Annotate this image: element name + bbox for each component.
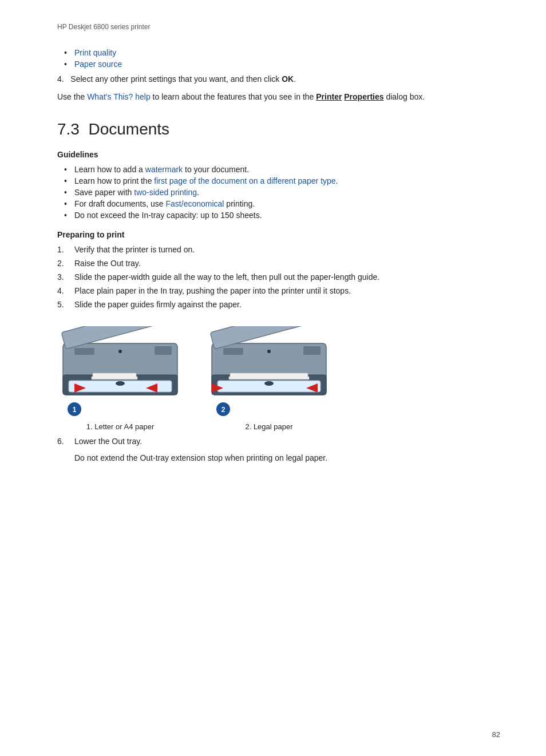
step1-num: 1. <box>57 245 74 254</box>
guideline-item-4: For draft documents, use Fast/economical… <box>74 199 500 208</box>
g1-prefix: Learn how to add a <box>74 165 145 174</box>
step-2: 2. Raise the Out tray. <box>57 259 500 268</box>
step1-text: Verify that the printer is turned on. <box>74 245 195 254</box>
step2-text: Raise the Out tray. <box>74 259 141 268</box>
info-suffix: dialog box. <box>384 92 425 101</box>
step-1: 1. Verify that the printer is turned on. <box>57 245 500 254</box>
svg-rect-4 <box>74 348 94 355</box>
note-paragraph: Do not extend the Out-tray extension sto… <box>74 452 500 464</box>
preparing-heading: Preparing to print <box>57 230 500 239</box>
step6-text: Lower the Out tray. <box>74 437 142 446</box>
g2-suffix: . <box>336 176 338 185</box>
g3-suffix: . <box>197 188 199 197</box>
step4-text: 4. Select any other print settings that … <box>57 74 500 84</box>
svg-rect-21 <box>230 373 308 379</box>
caption1-text: Letter or A4 paper <box>94 422 154 431</box>
step6-list: 6. Lower the Out tray. <box>57 437 500 446</box>
printer-svg-1: 1 <box>57 326 183 418</box>
caption1-num: 1. <box>86 422 93 431</box>
step4-num: 4. <box>57 74 68 84</box>
g1-suffix: to your document. <box>183 165 249 174</box>
svg-point-5 <box>118 350 122 353</box>
section-title: 7.3 Documents <box>57 120 500 138</box>
g5-prefix: Do not exceed the In-tray capacity: up t… <box>74 211 262 220</box>
svg-point-19 <box>267 350 271 353</box>
first-page-link[interactable]: first page of the document on a differen… <box>154 176 335 185</box>
svg-text:1: 1 <box>73 406 77 414</box>
g2-prefix: Learn how to print the <box>74 176 154 185</box>
info-prefix: Use the <box>57 92 87 101</box>
caption2-text: Legal paper <box>254 422 293 431</box>
page-header: HP Deskjet 6800 series printer <box>57 23 500 31</box>
caption-2: 2. Legal paper <box>245 422 292 431</box>
svg-rect-7 <box>93 373 136 379</box>
guidelines-heading: Guidelines <box>57 150 500 159</box>
caption-1: 1. Letter or A4 paper <box>86 422 155 431</box>
info-bold2: Properties <box>344 92 383 101</box>
page-container: HP Deskjet 6800 series printer Print qua… <box>0 0 546 516</box>
printer-images-section: 1 1. Letter or A4 paper <box>57 326 500 431</box>
bullet-list: Print quality Paper source <box>57 48 500 69</box>
svg-rect-12 <box>155 346 172 355</box>
step-3: 3. Slide the paper-width guide all the w… <box>57 272 500 282</box>
info-middle: to learn about the features that you see… <box>151 92 316 101</box>
step3-text: Slide the paper-width guide all the way … <box>74 272 379 282</box>
g4-suffix: printing. <box>224 199 255 208</box>
printer-svg-2: 2 <box>206 326 332 418</box>
caption2-num: 2. <box>245 422 251 431</box>
print-quality-link[interactable]: Print quality <box>74 48 116 57</box>
step-5: 5. Slide the paper guides firmly against… <box>57 300 500 309</box>
step2-num: 2. <box>57 259 74 268</box>
step5-text: Slide the paper guides firmly against th… <box>74 300 242 309</box>
guideline-item-2: Learn how to print the first page of the… <box>74 176 500 185</box>
step3-num: 3. <box>57 272 74 282</box>
guidelines-list: Learn how to add a watermark to your doc… <box>57 165 500 220</box>
step6-num: 6. <box>57 437 74 446</box>
step4-after: . <box>294 74 296 84</box>
step4-list-text: Place plain paper in the In tray, pushin… <box>74 286 351 295</box>
whats-this-link[interactable]: What's This? help <box>87 92 151 101</box>
svg-rect-26 <box>303 346 321 355</box>
step-6: 6. Lower the Out tray. <box>57 437 500 446</box>
step-4: 4. Place plain paper in the In tray, pus… <box>57 286 500 295</box>
fast-economical-link[interactable]: Fast/economical <box>166 199 224 208</box>
section-number: 7.3 <box>57 120 80 138</box>
list-item-print-quality: Print quality <box>74 48 500 57</box>
watermark-link[interactable]: watermark <box>145 165 183 174</box>
step5-num: 5. <box>57 300 74 309</box>
paper-source-link[interactable]: Paper source <box>74 60 122 69</box>
step4-list-num: 4. <box>57 286 74 295</box>
guideline-item-3: Save paper with two-sided printing. <box>74 188 500 197</box>
guideline-item-5: Do not exceed the In-tray capacity: up t… <box>74 211 500 220</box>
g3-prefix: Save paper with <box>74 188 134 197</box>
svg-text:2: 2 <box>221 406 225 414</box>
printer-image-2: 2 2. Legal paper <box>206 326 332 431</box>
info-bold1: Printer <box>316 92 342 101</box>
two-sided-link[interactable]: two-sided printing <box>134 188 197 197</box>
steps-list: 1. Verify that the printer is turned on.… <box>57 245 500 309</box>
list-item-paper-source: Paper source <box>74 60 500 69</box>
svg-point-13 <box>116 381 125 386</box>
step4-content: Select any other print settings that you… <box>70 74 282 84</box>
page-number: 82 <box>492 730 500 739</box>
svg-rect-18 <box>223 348 243 355</box>
svg-point-27 <box>264 381 274 386</box>
guideline-item-1: Learn how to add a watermark to your doc… <box>74 165 500 174</box>
section-name: Documents <box>89 120 170 138</box>
g4-prefix: For draft documents, use <box>74 199 166 208</box>
printer-image-1: 1 1. Letter or A4 paper <box>57 326 183 431</box>
info-paragraph: Use the What's This? help to learn about… <box>57 90 500 103</box>
step4-bold: OK <box>282 74 294 84</box>
